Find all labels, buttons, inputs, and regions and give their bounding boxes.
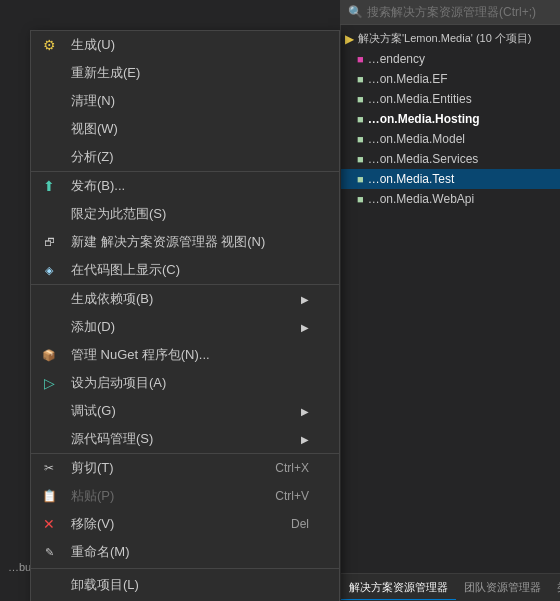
cut-icon: ✂ (39, 458, 59, 478)
menu-item-code-map[interactable]: ◈ 在代码图上显示(C) (31, 256, 339, 285)
menu-item-remove[interactable]: ✕ 移除(V) Del (31, 510, 339, 538)
submenu-arrow: ▶ (301, 406, 309, 417)
menu-item-scope[interactable]: 限定为此范围(S) (31, 200, 339, 228)
rename-icon: ✎ (39, 542, 59, 562)
menu-item-rebuild[interactable]: 重新生成(E) (31, 59, 339, 87)
clean-icon (39, 91, 59, 111)
solution-icon: ▶ (345, 32, 354, 46)
menu-item-view[interactable]: 视图(W) (31, 115, 339, 143)
analyze-icon (39, 147, 59, 167)
menu-item-new-solution-explorer[interactable]: 🗗 新建 解决方案资源管理器 视图(N) (31, 228, 339, 256)
project-icon: ■ (357, 53, 364, 65)
search-bar-container: 🔍 (340, 0, 560, 25)
menu-item-unload[interactable]: 卸载项目(L) (31, 571, 339, 599)
solution-items-container: ▶ 解决方案'Lemon.Media' (10 个项目) ■ …endency … (341, 28, 560, 209)
solution-explorer-panel: 🔍 ▶ 解决方案'Lemon.Media' (10 个项目) ■ …endenc… (340, 0, 560, 601)
solution-item-entities[interactable]: ■ …on.Media.Entities (341, 89, 560, 109)
scope-icon (39, 204, 59, 224)
project-icon: ■ (357, 153, 364, 165)
menu-item-nuget[interactable]: 📦 管理 NuGet 程序包(N)... (31, 341, 339, 369)
project-icon: ■ (357, 173, 364, 185)
tab-class-view[interactable]: 类视图 (549, 576, 560, 599)
rebuild-icon (39, 63, 59, 83)
tab-team-explorer[interactable]: 团队资源管理器 (456, 576, 549, 599)
solution-item-dependency[interactable]: ■ …endency (341, 49, 560, 69)
project-icon: ■ (357, 193, 364, 205)
project-icon: ■ (357, 133, 364, 145)
menu-item-startup[interactable]: ▷ 设为启动项目(A) (31, 369, 339, 397)
solution-item-root[interactable]: ▶ 解决方案'Lemon.Media' (10 个项目) (341, 28, 560, 49)
menu-item-debug[interactable]: 调试(G) ▶ (31, 397, 339, 425)
context-menu: ⚙ 生成(U) 重新生成(E) 清理(N) 视图(W) 分析(Z) ⬆ 发布(B… (30, 30, 340, 601)
solution-item-test[interactable]: ■ …on.Media.Test (341, 169, 560, 189)
menu-item-cut[interactable]: ✂ 剪切(T) Ctrl+X (31, 454, 339, 482)
paste-icon: 📋 (39, 486, 59, 506)
build-icon: ⚙ (39, 35, 59, 55)
source-control-icon (39, 429, 59, 449)
solution-item-model[interactable]: ■ …on.Media.Model (341, 129, 560, 149)
solution-item-hosting[interactable]: ■ …on.Media.Hosting (341, 109, 560, 129)
project-icon: ■ (357, 73, 364, 85)
new-window-icon: 🗗 (39, 232, 59, 252)
solution-item-webapi[interactable]: ■ …on.Media.WebApi (341, 189, 560, 209)
add-icon (39, 317, 59, 337)
debug-icon (39, 401, 59, 421)
unload-icon (39, 575, 59, 595)
menu-item-analyze[interactable]: 分析(Z) (31, 143, 339, 172)
project-icon: ■ (357, 93, 364, 105)
solution-item-services[interactable]: ■ …on.Media.Services (341, 149, 560, 169)
menu-item-paste[interactable]: 📋 粘贴(P) Ctrl+V (31, 482, 339, 510)
remove-icon: ✕ (39, 514, 59, 534)
menu-item-publish[interactable]: ⬆ 发布(B)... (31, 172, 339, 200)
submenu-arrow: ▶ (301, 294, 309, 305)
submenu-arrow: ▶ (301, 322, 309, 333)
startup-icon: ▷ (39, 373, 59, 393)
solution-tabs: 解决方案资源管理器 团队资源管理器 类视图 (341, 573, 560, 601)
tab-solution-explorer[interactable]: 解决方案资源管理器 (341, 576, 456, 600)
dependencies-icon (39, 289, 59, 309)
menu-item-build[interactable]: ⚙ 生成(U) (31, 31, 339, 59)
project-icon: ■ (357, 113, 364, 125)
search-icon: 🔍 (348, 5, 363, 19)
code-map-icon: ◈ (39, 260, 59, 280)
search-input[interactable] (367, 5, 552, 19)
nuget-icon: 📦 (39, 345, 59, 365)
publish-icon: ⬆ (39, 176, 59, 196)
menu-item-clean[interactable]: 清理(N) (31, 87, 339, 115)
menu-item-dependencies[interactable]: 生成依赖项(B) ▶ (31, 285, 339, 313)
menu-separator (31, 568, 339, 569)
view-icon (39, 119, 59, 139)
menu-item-rename[interactable]: ✎ 重命名(M) (31, 538, 339, 566)
menu-item-source-control[interactable]: 源代码管理(S) ▶ (31, 425, 339, 454)
submenu-arrow: ▶ (301, 434, 309, 445)
menu-item-add[interactable]: 添加(D) ▶ (31, 313, 339, 341)
solution-item-ef[interactable]: ■ …on.Media.EF (341, 69, 560, 89)
